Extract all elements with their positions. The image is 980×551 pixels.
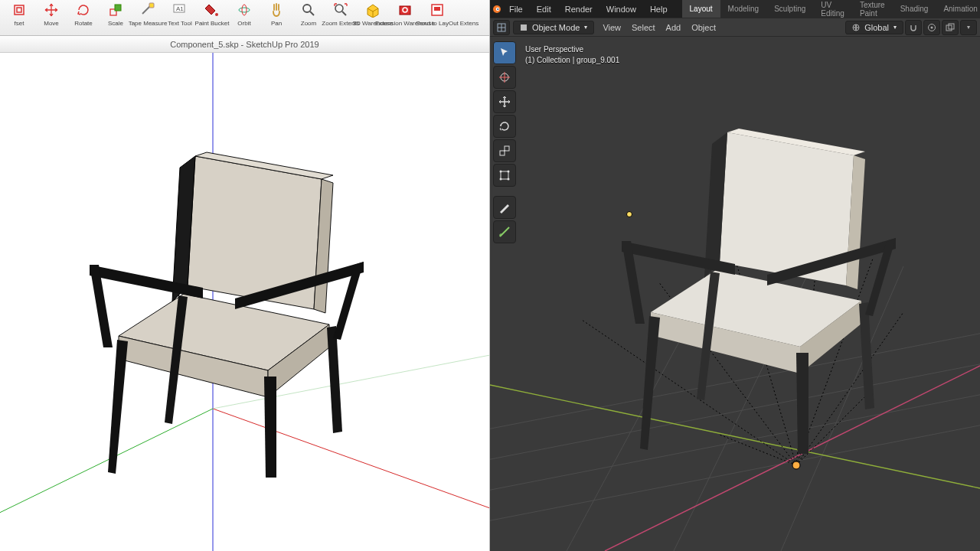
svg-line-11 bbox=[342, 11, 346, 15]
select-box-icon bbox=[498, 47, 511, 59]
tape-icon bbox=[139, 2, 156, 18]
move-icon bbox=[43, 2, 60, 18]
menu-help[interactable]: Help bbox=[643, 0, 675, 18]
blender-pane: FileEditRenderWindowHelp LayoutModelingS… bbox=[490, 0, 980, 551]
zext-icon bbox=[332, 2, 349, 18]
tab-animation[interactable]: Animation bbox=[936, 0, 980, 18]
layout-tool[interactable]: Send to LayOut bbox=[421, 2, 453, 35]
tool-label: Paint Bucket bbox=[195, 20, 230, 27]
svg-point-65 bbox=[792, 461, 800, 469]
tab-shading[interactable]: Shading bbox=[893, 0, 936, 18]
tab-uv-editing[interactable]: UV Editing bbox=[813, 0, 852, 18]
layout-icon bbox=[429, 2, 446, 18]
svg-point-37 bbox=[497, 8, 498, 9]
menu-window[interactable]: Window bbox=[599, 0, 643, 18]
menu-edit[interactable]: Edit bbox=[530, 0, 558, 18]
svg-rect-88 bbox=[501, 171, 508, 179]
header-select-button[interactable]: Select bbox=[626, 21, 661, 34]
tool-label: Tape Measure bbox=[129, 20, 168, 27]
overlay-collection: (1) Collection | group_9.001 bbox=[525, 55, 619, 66]
chevron-down-icon: ▾ bbox=[967, 24, 970, 31]
svg-marker-28 bbox=[264, 377, 276, 478]
proportional-edit-icon[interactable] bbox=[923, 20, 940, 35]
3dw-tool[interactable]: 3D Warehouse bbox=[357, 2, 389, 35]
header-view-button[interactable]: View bbox=[597, 21, 626, 34]
tool-label: Extens bbox=[460, 20, 479, 27]
chevron-down-icon: ▾ bbox=[893, 24, 897, 31]
tab-texture-paint[interactable]: Texture Paint bbox=[852, 0, 893, 18]
paint-icon bbox=[204, 2, 220, 18]
overlays-icon[interactable] bbox=[942, 20, 959, 35]
rotate-tool[interactable]: Rotate bbox=[67, 2, 100, 35]
pan-icon bbox=[268, 2, 285, 18]
rotate-icon bbox=[498, 120, 511, 132]
svg-point-89 bbox=[500, 171, 502, 173]
orbit-tool[interactable]: Orbit bbox=[228, 2, 260, 35]
sketchup-viewport[interactable] bbox=[0, 53, 489, 551]
paint-tool[interactable]: Paint Bucket bbox=[196, 2, 228, 35]
tool-move[interactable] bbox=[493, 90, 516, 113]
move-tool[interactable]: Move bbox=[35, 2, 67, 35]
tool-select-box[interactable] bbox=[493, 41, 516, 64]
svg-point-5 bbox=[215, 13, 218, 16]
tool-label: fset bbox=[15, 20, 24, 27]
tool-label: Scale bbox=[108, 20, 123, 27]
chair-model[interactable] bbox=[57, 95, 379, 478]
tool-measure[interactable] bbox=[493, 220, 516, 243]
object-mode-icon bbox=[520, 24, 528, 31]
header-add-button[interactable]: Add bbox=[661, 21, 687, 34]
menu-render[interactable]: Render bbox=[558, 0, 599, 18]
measure-icon bbox=[498, 226, 511, 238]
tab-layout[interactable]: Layout bbox=[682, 0, 720, 18]
tool-label: Text Tool bbox=[168, 20, 191, 27]
svg-point-90 bbox=[508, 171, 510, 173]
tool-label: Zoom bbox=[301, 20, 316, 27]
orientation-dropdown[interactable]: Global ▾ bbox=[845, 21, 903, 34]
svg-rect-1 bbox=[115, 5, 121, 11]
orientation-label: Global bbox=[864, 23, 889, 32]
extw-icon bbox=[397, 2, 413, 18]
svg-line-9 bbox=[310, 11, 314, 15]
extw-tool[interactable]: Extension Warehouse bbox=[389, 2, 421, 35]
sketchup-toolbar: fsetMoveRotateScaleTape MeasureA1Text To… bbox=[0, 0, 489, 36]
tool-cursor[interactable] bbox=[493, 66, 516, 89]
tool-annotate[interactable] bbox=[493, 196, 516, 219]
tab-modeling[interactable]: Modeling bbox=[720, 0, 767, 18]
shading-dropdown-icon[interactable]: ▾ bbox=[960, 20, 977, 35]
sketchup-titlebar: Component_5.skp - SketchUp Pro 2019 bbox=[0, 36, 489, 53]
svg-point-7 bbox=[242, 5, 247, 15]
blender-viewport[interactable]: User Perspective (1) Collection | group_… bbox=[490, 37, 980, 551]
scale-tool[interactable]: Scale bbox=[100, 2, 132, 35]
tape-tool[interactable]: Tape Measure bbox=[132, 2, 164, 35]
viewport-overlay-text: User Perspective (1) Collection | group_… bbox=[525, 44, 619, 66]
tool-scale[interactable] bbox=[493, 139, 516, 162]
svg-point-6 bbox=[239, 8, 250, 12]
offset-icon bbox=[11, 2, 28, 18]
svg-marker-74 bbox=[640, 316, 660, 450]
svg-marker-76 bbox=[859, 302, 874, 409]
editor-type-icon[interactable] bbox=[493, 20, 510, 35]
move-icon bbox=[498, 96, 511, 108]
ext-tool[interactable]: Extens bbox=[453, 2, 485, 35]
svg-line-87 bbox=[504, 150, 505, 152]
tool-shelf bbox=[493, 41, 516, 243]
zoom-tool[interactable]: Zoom bbox=[292, 2, 325, 35]
menu-file[interactable]: File bbox=[502, 0, 530, 18]
snap-icon[interactable] bbox=[905, 20, 922, 35]
svg-marker-29 bbox=[327, 326, 342, 433]
workspace-tabs: LayoutModelingSculptingUV EditingTexture… bbox=[682, 0, 980, 18]
offset-tool[interactable]: fset bbox=[3, 2, 35, 35]
cursor-icon bbox=[498, 71, 511, 83]
3dw-icon bbox=[364, 2, 381, 18]
header-object-button[interactable]: Object bbox=[686, 21, 721, 34]
pan-tool[interactable]: Pan bbox=[260, 2, 292, 35]
zext-tool[interactable]: Zoom Extents bbox=[325, 2, 357, 35]
orbit-icon bbox=[236, 2, 253, 18]
tab-sculpting[interactable]: Sculpting bbox=[766, 0, 813, 18]
chair-model[interactable] bbox=[590, 71, 911, 454]
mode-dropdown[interactable]: Object Mode ▾ bbox=[513, 21, 594, 34]
svg-point-45 bbox=[931, 26, 933, 28]
tool-transform[interactable] bbox=[493, 164, 516, 187]
tool-rotate[interactable] bbox=[493, 115, 516, 138]
text-tool[interactable]: A1Text Tool bbox=[164, 2, 196, 35]
